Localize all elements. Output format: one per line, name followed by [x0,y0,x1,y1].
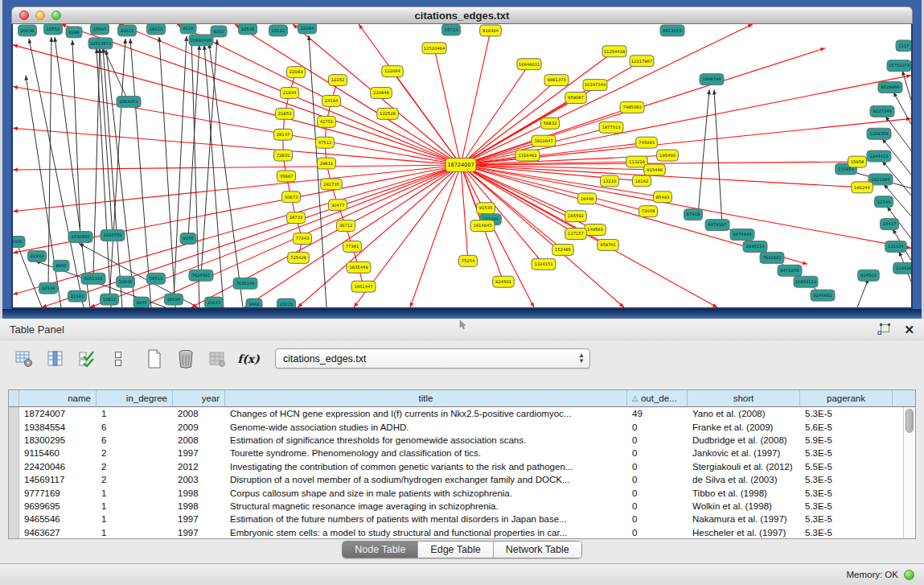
graph-node[interactable]: 75254 [459,255,478,266]
network-graph[interactable]: 2063610553829815697206121601391209202105… [13,24,911,307]
graph-node[interactable]: 12217987 [630,56,654,67]
graph-node[interactable]: 924501 [858,270,880,281]
graph-node[interactable]: 10854112 [794,276,818,287]
graph-node[interactable]: 1914645 [470,220,495,232]
graph-node[interactable]: 121034 [885,241,907,252]
graph-node[interactable]: 15122 [269,25,288,36]
graph-node[interactable]: 8813014 [660,25,684,36]
column-header-indegree[interactable]: in_degree [97,390,173,406]
graph-node[interactable]: 6479197 [705,220,729,231]
graph-node[interactable]: 117157 [565,229,587,240]
graph-node[interactable]: 56832 [541,117,560,129]
graph-node[interactable]: 745093 [636,137,658,148]
graph-node[interactable]: 1651447 [351,281,376,292]
graph-node[interactable]: 42751 [318,116,336,127]
graph-node[interactable]: 12520464 [422,43,446,54]
graph-node[interactable]: 35867 [277,171,296,182]
network-window-titlebar[interactable]: citations_edges.txt [11,6,913,24]
table-row[interactable]: 977716911998Corpus callosum shape and si… [9,486,903,499]
graph-node[interactable]: 24194 [322,95,341,106]
graph-node[interactable]: 21391 [68,290,87,302]
graph-node[interactable]: 30673 [282,192,301,203]
graph-node[interactable]: 72831 [274,150,293,161]
graph-node[interactable]: 20643 [205,297,224,307]
cells-icon[interactable] [109,349,128,369]
tab-node-table[interactable]: Node Table [343,542,418,558]
graph-node[interactable]: 67919 [684,209,703,220]
graph-node[interactable]: 8471676 [778,265,802,276]
graph-node[interactable]: 152485 [552,244,574,255]
graph-node[interactable]: 1877513 [599,122,623,133]
column-header-outde[interactable]: △out_de... [627,390,688,406]
graph-node[interactable]: 1117 [896,40,911,51]
function-builder-icon[interactable]: f(x) [239,349,258,369]
graph-node[interactable]: 10197340 [583,80,607,91]
graph-node[interactable]: 72048 [639,206,658,217]
new-document-icon[interactable] [145,349,164,369]
graph-node[interactable]: 29811 [318,158,336,169]
graph-node[interactable]: 5051315 [81,273,105,284]
graph-node[interactable]: 10536 [239,24,257,35]
graph-node[interactable]: 1810647 [532,135,556,146]
graph-node[interactable]: 30477 [329,200,347,211]
graph-node[interactable]: 1648794 [700,74,724,85]
graph-node[interactable]: 9474444 [730,229,754,241]
scrollbar-thumb[interactable] [906,409,914,433]
graph-node[interactable]: 85493 [654,192,672,203]
graph-node[interactable]: 20691406 [189,35,213,46]
graph-node[interactable]: 9245 [133,297,150,307]
graph-node[interactable]: 1916559 [101,230,125,241]
graph-node[interactable]: 21834 [281,88,299,99]
graph-node[interactable]: 2063051 [117,96,141,107]
tab-network-table[interactable]: Network Table [494,542,581,558]
graph-node[interactable]: 9981373 [544,75,569,86]
graph-node[interactable]: 10553573 [88,38,113,49]
graph-node[interactable]: 7624561 [189,270,213,281]
table-row[interactable]: 911546021997Tourette syndrome. Phenomeno… [9,447,903,459]
graph-node[interactable]: 122064 [382,66,404,77]
graph-node[interactable]: 161244 [852,182,873,193]
graph-node[interactable]: 9155 [180,233,196,245]
column-header-name[interactable]: name [19,390,97,406]
graph-node[interactable]: 281735 [321,179,343,190]
graph-node[interactable]: 10553 [44,24,63,35]
graph-node[interactable]: 21853 [276,108,294,119]
graph-node[interactable]: 959087 [565,93,587,104]
table-row[interactable]: 946554611997Estimation of the future num… [9,513,903,525]
float-panel-icon[interactable] [877,323,891,336]
graph-node[interactable]: 1244415 [867,150,891,162]
network-canvas[interactable]: 2063610553829815697206121601391209202105… [11,24,913,309]
graph-node[interactable]: 959761 [598,239,619,250]
graph-node[interactable]: 816304 [480,25,502,36]
column-header-year[interactable]: year [173,390,225,406]
graph-node[interactable]: 9529966 [878,82,902,93]
graph-node[interactable]: 15697 [91,24,109,35]
graph-node[interactable]: 1635449 [347,262,371,273]
graph-node[interactable]: 9120 [180,24,196,34]
graph-node[interactable]: 1324151 [532,258,556,270]
graph-node[interactable]: 9227349 [870,105,894,117]
close-panel-icon[interactable]: ✕ [904,323,914,336]
graph-node[interactable]: 195490 [657,150,679,161]
column-header-title[interactable]: title [225,390,627,406]
table-settings-icon[interactable] [14,349,34,369]
graph-node[interactable]: 16646031 [517,59,541,70]
graph-node[interactable]: 915446 [644,164,666,175]
graph-node[interactable]: 15958 [848,156,867,167]
graph-node[interactable]: 149563 [585,225,606,236]
graph-node[interactable]: 122528 [377,108,399,119]
table-row[interactable]: 1938455462009Genome-wide association stu… [9,420,903,433]
graph-node[interactable]: 2530650 [68,232,92,243]
graph-node[interactable]: 12744 [875,196,893,208]
graph-node[interactable]: 23015 [277,299,296,307]
graph-node[interactable]: 8298 [66,27,82,38]
graph-node[interactable]: 9440 [246,299,262,307]
graph-node[interactable]: 14437 [881,219,899,230]
graph-node[interactable]: 16013 [147,24,166,35]
graph-node[interactable]: 50513 [147,273,166,284]
graph-node[interactable]: 725426 [288,252,310,263]
graph-node[interactable]: 1209358 [867,128,891,139]
graph-node[interactable]: 16446 [578,193,597,204]
graph-node[interactable]: 9245652 [811,290,835,301]
graph-node[interactable]: 7632621 [760,252,784,263]
